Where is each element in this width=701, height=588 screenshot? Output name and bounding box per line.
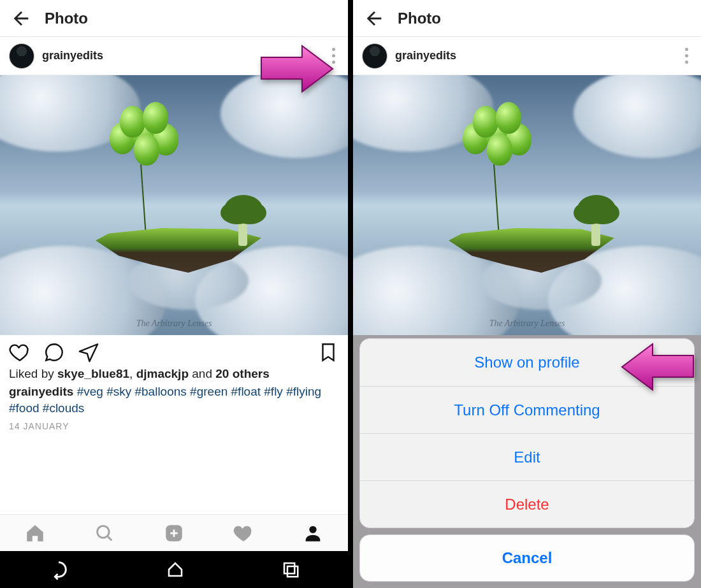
broccoli-tree — [577, 195, 613, 246]
bottom-nav — [0, 514, 348, 551]
divider — [348, 0, 353, 588]
comment-icon[interactable] — [43, 341, 65, 363]
app-header: Photo — [353, 0, 701, 37]
more-options-icon[interactable] — [681, 47, 692, 66]
avatar[interactable] — [9, 43, 34, 69]
svg-rect-4 — [287, 566, 298, 577]
back-icon[interactable] — [363, 8, 385, 29]
bookmark-icon[interactable] — [317, 341, 339, 363]
app-header: Photo — [0, 0, 348, 37]
likes-line[interactable]: Liked by skye_blue81, djmackjp and 20 ot… — [0, 364, 348, 382]
action-sheet: Show on profile Turn Off Commenting Edit… — [353, 332, 701, 588]
activity-icon[interactable] — [233, 522, 254, 544]
post-username[interactable]: grainyedits — [42, 49, 328, 62]
post-username[interactable]: grainyedits — [395, 49, 681, 62]
android-back-icon[interactable] — [48, 559, 69, 580]
header-title: Photo — [45, 10, 88, 27]
post-photo[interactable]: The Arbitrary Lenses — [353, 75, 701, 335]
sheet-cancel[interactable]: Cancel — [359, 534, 695, 582]
watermark-text: The Arbitrary Lenses — [489, 319, 565, 329]
sheet-delete[interactable]: Delete — [360, 480, 694, 527]
sheet-edit[interactable]: Edit — [360, 433, 694, 480]
post-header: grainyedits — [353, 37, 701, 75]
more-options-icon[interactable] — [328, 47, 339, 66]
svg-point-0 — [97, 526, 108, 537]
header-title: Photo — [398, 10, 441, 27]
phone-right: Photo grainyedits The Arbitr — [353, 0, 701, 588]
sheet-show-on-profile[interactable]: Show on profile — [360, 339, 694, 386]
post-photo[interactable]: The Arbitrary Lenses — [0, 75, 348, 335]
like-icon[interactable] — [9, 341, 31, 363]
android-nav-bar — [0, 551, 348, 588]
watermark-text: The Arbitrary Lenses — [136, 319, 212, 329]
post-header: grainyedits — [0, 37, 348, 75]
home-icon[interactable] — [24, 522, 46, 544]
sheet-turn-off-commenting[interactable]: Turn Off Commenting — [360, 386, 694, 433]
android-home-icon[interactable] — [166, 560, 185, 579]
share-icon[interactable] — [78, 341, 99, 363]
android-recent-icon[interactable] — [281, 560, 300, 579]
post-date: 14 JANUARY — [0, 419, 348, 440]
svg-point-2 — [310, 526, 317, 533]
add-post-icon[interactable] — [163, 522, 185, 544]
phone-left: Photo grainyedits The Arbitr — [0, 0, 348, 588]
post-caption[interactable]: grainyedits #veg #sky #balloons #green #… — [0, 382, 348, 419]
profile-icon[interactable] — [302, 522, 324, 544]
svg-rect-3 — [284, 563, 294, 573]
avatar[interactable] — [362, 43, 387, 69]
back-icon[interactable] — [10, 8, 32, 29]
search-icon[interactable] — [94, 522, 115, 544]
broccoli-tree — [224, 195, 260, 246]
post-actions — [0, 335, 348, 364]
